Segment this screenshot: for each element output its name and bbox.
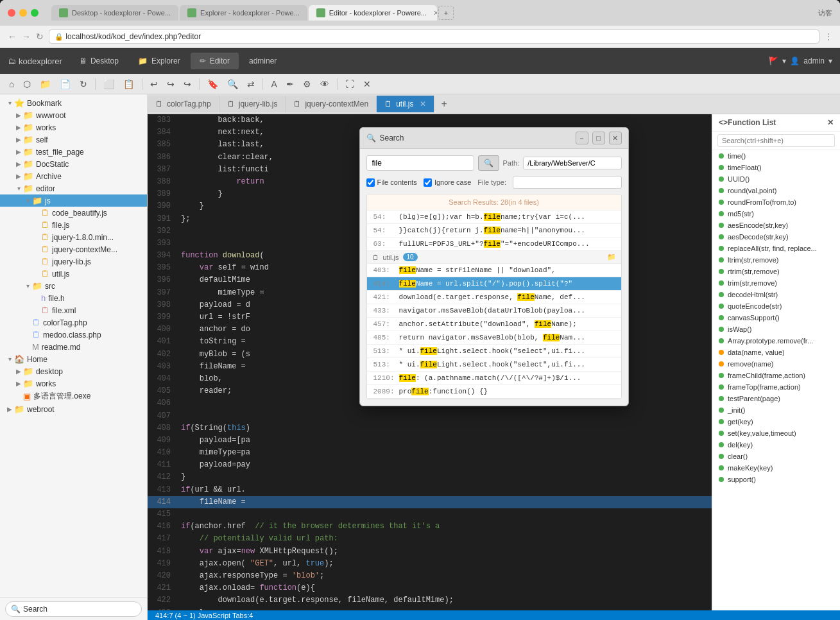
tab-close-3[interactable]: ✕ — [433, 9, 437, 17]
fn-item-8[interactable]: replaceAll(str, find, replace... — [712, 243, 840, 254]
tree-file-js[interactable]: 🗒 file.js — [0, 219, 147, 231]
toolbar-format[interactable]: ✒ — [282, 77, 298, 91]
tree-toggle-works2[interactable]: ▶ — [14, 380, 23, 387]
tree-code-beautify[interactable]: 🗒 code_beautify.js — [0, 207, 147, 219]
tree-file-xml[interactable]: 🗒 file.xml — [0, 304, 147, 316]
result-item-414[interactable]: 414: fileName = url.split("/").pop().spl… — [367, 277, 621, 291]
toolbar-folder[interactable]: 📁 — [36, 77, 55, 91]
toolbar-copy2[interactable]: ⬜ — [99, 77, 118, 91]
forward-button[interactable]: → — [22, 31, 31, 42]
minimize-button[interactable] — [19, 9, 27, 17]
tree-test-file-page[interactable]: ▶ 📁 test_file_page — [0, 146, 147, 158]
tree-util-js[interactable]: 🗒 util.js — [0, 268, 147, 280]
fn-item-26[interactable]: clear() — [712, 451, 840, 462]
toolbar-paste[interactable]: 📋 — [119, 77, 138, 91]
fn-item-23[interactable]: get(key) — [712, 416, 840, 427]
fn-item-9[interactable]: ltrim(str,remove) — [712, 254, 840, 266]
function-search-input[interactable] — [717, 134, 835, 147]
toolbar-home[interactable]: ⌂ — [5, 77, 18, 91]
fn-item-20[interactable]: frameTop(frame,action) — [712, 381, 840, 393]
maximize-button[interactable] — [31, 9, 39, 17]
tree-bookmark[interactable]: ▾ ⭐ Bookmark — [0, 97, 147, 109]
address-field[interactable]: 🔒 localhost/kod/kod_dev/index.php?editor — [49, 30, 819, 44]
result-item-2089[interactable]: 2089: profile:function() {} — [367, 385, 621, 399]
toolbar-redo[interactable]: ↪ — [163, 77, 178, 91]
result-item-513a[interactable]: 513: * ui.fileLight.select.hook("select"… — [367, 345, 621, 358]
nav-editor[interactable]: ✏ Editor — [191, 53, 239, 69]
result-item-54a[interactable]: 54: (blg)=e[g]);var h=b.filename;try{var… — [367, 211, 621, 224]
tree-toggle-docstatic[interactable]: ▶ — [14, 160, 23, 168]
tree-toggle-src[interactable]: ▾ — [23, 282, 32, 289]
admin-caret[interactable]: ▾ — [828, 56, 832, 65]
fn-item-25[interactable]: del(key) — [712, 439, 840, 451]
fn-item-4[interactable]: roundFromTo(from,to) — [712, 196, 840, 208]
opt-ignore-case[interactable]: Ignore case — [424, 178, 471, 187]
fn-item-17[interactable]: data(name, value) — [712, 347, 840, 358]
tree-editor[interactable]: ▾ 📁 editor — [0, 182, 147, 194]
tree-readme-md[interactable]: M readme.md — [0, 341, 147, 353]
fn-item-24[interactable]: set(key,value,timeout) — [712, 427, 840, 439]
fn-item-14[interactable]: canvasSupport() — [712, 312, 840, 323]
result-item-403[interactable]: 403: fileName = strFileName || "download… — [367, 264, 621, 277]
fn-item-0[interactable]: time() — [712, 150, 840, 162]
toolbar-file[interactable]: 📄 — [56, 77, 74, 91]
checkbox-ignore-case[interactable] — [424, 178, 432, 187]
new-tab-button[interactable]: + — [438, 6, 454, 20]
editor-tab-colortag[interactable]: 🗒 colorTag.php — [148, 96, 219, 112]
editor-tab-utiljs[interactable]: 🗒 util.js ✕ — [377, 96, 434, 112]
fn-item-5[interactable]: md5(str) — [712, 208, 840, 220]
fn-item-12[interactable]: decodeHtml(str) — [712, 289, 840, 300]
toolbar-save[interactable]: ↪ — [180, 77, 195, 91]
tree-webroot[interactable]: ▶ 📁 webroot — [0, 403, 147, 415]
toolbar-eye[interactable]: 👁 — [316, 77, 333, 91]
nav-explorer[interactable]: 📁 Explorer — [129, 53, 189, 69]
result-item-63[interactable]: 63: fullURL=PDFJS_URL+"?file"="+encodeUR… — [367, 237, 621, 251]
search-go-button[interactable]: 🔍 — [478, 155, 499, 171]
tree-archive[interactable]: ▶ 📁 Archive — [0, 170, 147, 182]
browser-tab-2[interactable]: Explorer - kodexplorer - Powe... — [180, 5, 307, 21]
toolbar-bookmark[interactable]: 🔖 — [203, 77, 222, 91]
function-panel-close[interactable]: ✕ — [827, 118, 834, 127]
tree-colortag-php[interactable]: 🗒 colorTag.php — [0, 316, 147, 329]
tree-self[interactable]: ▶ 📁 self — [0, 133, 147, 146]
result-group-utiljs[interactable]: 🗒 util.js 10 📁 — [367, 251, 621, 264]
result-item-457[interactable]: 457: anchor.setAttribute("download", fil… — [367, 318, 621, 331]
toolbar-font[interactable]: A — [267, 77, 280, 91]
tree-toggle-works[interactable]: ▶ — [14, 124, 23, 131]
back-button[interactable]: ← — [8, 31, 17, 42]
tree-jquery-ctx[interactable]: 🗒 jquery-contextMe... — [0, 243, 147, 255]
search-input[interactable] — [366, 155, 474, 171]
fn-item-10[interactable]: rtrim(str,remove) — [712, 266, 840, 277]
fn-item-22[interactable]: _init() — [712, 404, 840, 416]
tree-jquery-lib[interactable]: 🗒 jquery-lib.js — [0, 255, 147, 268]
tree-toggle-js[interactable]: ▾ — [23, 197, 32, 204]
fn-item-13[interactable]: quoteEncode(str) — [712, 300, 840, 312]
file-type-input[interactable] — [513, 176, 622, 189]
fn-item-2[interactable]: UUID() — [712, 173, 840, 185]
result-group-expand[interactable]: 📁 — [607, 253, 616, 261]
tree-toggle-archive[interactable]: ▶ — [14, 173, 23, 180]
admin-dropdown[interactable]: ▾ — [782, 56, 786, 65]
toolbar-close[interactable]: ✕ — [359, 77, 375, 91]
fn-item-7[interactable]: aesDecode(str,key) — [712, 231, 840, 243]
tree-toggle-desktop2[interactable]: ▶ — [14, 368, 23, 375]
fn-item-28[interactable]: support() — [712, 474, 840, 485]
toolbar-expand[interactable]: ⛶ — [341, 77, 358, 91]
toolbar-undo[interactable]: ↩ — [146, 77, 162, 91]
dialog-maximize[interactable]: □ — [592, 132, 605, 144]
fn-item-11[interactable]: trim(str,remove) — [712, 277, 840, 289]
tree-toggle-bookmark[interactable]: ▾ — [5, 99, 14, 107]
result-item-513b[interactable]: 513: * ui.fileLight.select.hook("select"… — [367, 358, 621, 372]
result-item-1210[interactable]: 1210: file: (a.pathname.match(/\/([^\/?#… — [367, 372, 621, 385]
tree-toggle-tfp[interactable]: ▶ — [14, 148, 23, 155]
reload-button[interactable]: ↻ — [36, 31, 44, 42]
fn-item-21[interactable]: testParent(page) — [712, 393, 840, 404]
fn-item-19[interactable]: frameChild(frame,action) — [712, 370, 840, 381]
fn-item-3[interactable]: round(val,point) — [712, 185, 840, 196]
tree-works[interactable]: ▶ 📁 works — [0, 121, 147, 133]
opt-file-contents[interactable]: File contents — [366, 178, 417, 187]
tree-js[interactable]: ▾ 📁 js — [0, 194, 147, 207]
sidebar-search-box[interactable]: 🔍 Search — [5, 601, 142, 617]
result-item-433[interactable]: 433: navigator.msSaveBlob(dataUrlToBlob(… — [367, 304, 621, 318]
result-item-54b[interactable]: 54: }}catch(j){return j.filename=h||"ano… — [367, 224, 621, 237]
